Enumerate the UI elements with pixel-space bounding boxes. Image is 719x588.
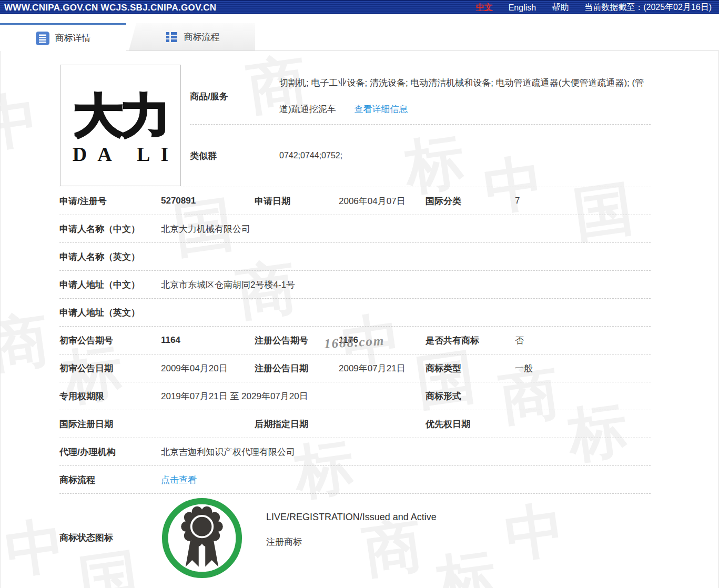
status-line-english: LIVE/REGISTRATION/Issued and Active	[266, 512, 437, 523]
table-row: 专用权期限 2019年07月21日 至 2029年07月20日 商标形式	[59, 382, 651, 410]
trademark-logo-latin: DA LI	[62, 144, 179, 164]
agency-value: 北京吉迦利知识产权代理有限公司	[161, 446, 651, 458]
first-gazette-date-label: 初审公告日期	[59, 362, 161, 374]
site-title: WWW.CNIPA.GOV.CN WCJS.SBJ.CNIPA.GOV.CN	[4, 3, 216, 13]
tab-label: 商标流程	[184, 31, 220, 43]
table-row: 商标流程 点击查看	[59, 466, 651, 494]
list-view-icon	[165, 30, 178, 44]
green-ribbon-award-icon	[161, 497, 243, 579]
application-date-value: 2006年04月07日	[339, 195, 426, 207]
top-site-bar: WWW.CNIPA.GOV.CN WCJS.SBJ.CNIPA.GOV.CN 中…	[0, 0, 719, 14]
similar-group-label: 类似群	[190, 150, 279, 162]
international-class-value: 7	[515, 196, 651, 206]
priority-date-label: 优先权日期	[426, 418, 515, 430]
first-gazette-no-value: 1164	[161, 335, 255, 346]
goods-services-value: 切割机; 电子工业设备; 清洗设备; 电动清洁机械和设备; 电动管道疏通器(大便…	[279, 70, 651, 123]
status-icon-label: 商标状态图标	[59, 532, 161, 544]
list-document-icon	[36, 32, 49, 45]
click-to-view-link[interactable]: 点击查看	[161, 475, 197, 485]
status-line-chinese: 注册商标	[266, 536, 437, 548]
trademark-status-row: 商标状态图标	[59, 494, 651, 582]
reg-gazette-date-value: 2009年07月21日	[339, 362, 426, 374]
applicant-address-cn-label: 申请人地址（中文）	[59, 279, 161, 291]
reg-gazette-date-label: 注册公告日期	[255, 362, 339, 374]
reg-gazette-no-value: 1176	[339, 335, 426, 346]
applicant-address-cn-value: 北京市东城区仓南胡同2号楼4-1号	[161, 279, 651, 291]
tab-trademark-details[interactable]: 商标详情	[0, 23, 126, 51]
table-row: 申请人名称（英文）	[59, 243, 651, 271]
first-gazette-no-label: 初审公告期号	[59, 334, 161, 347]
similar-group-value: 0742;0744;0752;	[279, 151, 651, 160]
lang-chinese-link[interactable]: 中文	[476, 2, 493, 13]
reg-gazette-no-label: 注册公告期号	[255, 334, 339, 347]
applicant-name-cn-value: 北京大力机械有限公司	[161, 223, 651, 235]
table-row: 申请/注册号 5270891 申请日期 2006年04月07日 国际分类 7	[59, 187, 651, 215]
table-row: 申请人地址（中文） 北京市东城区仓南胡同2号楼4-1号	[59, 271, 651, 299]
intl-reg-date-label: 国际注册日期	[59, 418, 161, 430]
table-row: 申请人名称（中文） 北京大力机械有限公司	[59, 215, 651, 243]
table-row: 初审公告日期 2009年04月20日 注册公告日期 2009年07月21日 商标…	[59, 354, 651, 382]
view-details-link[interactable]: 查看详细信息	[354, 104, 408, 114]
tab-bar: 商标详情 商标流程	[0, 23, 719, 51]
similar-group-row: 类似群 0742;0744;0752;	[190, 125, 651, 187]
process-label: 商标流程	[59, 474, 161, 486]
applicant-address-en-label: 申请人地址（英文）	[59, 307, 161, 319]
later-designation-date-label: 后期指定日期	[255, 418, 339, 430]
application-number-label: 申请/注册号	[59, 195, 161, 207]
applicant-name-en-label: 申请人名称（英文）	[59, 251, 161, 263]
applicant-name-cn-label: 申请人名称（中文）	[59, 223, 161, 235]
table-row: 代理/办理机构 北京吉迦利知识产权代理有限公司	[59, 438, 651, 466]
mark-type-value: 一般	[515, 362, 651, 374]
lang-english-link[interactable]: English	[509, 3, 536, 13]
exclusive-period-value: 2019年07月21日 至 2029年07月20日	[161, 390, 426, 402]
application-number-value: 5270891	[161, 196, 255, 206]
table-row: 国际注册日期 后期指定日期 优先权日期	[59, 410, 651, 438]
topbar-links: 中文 English 帮助 当前数据截至：(2025年02月16日)	[476, 2, 712, 13]
exclusive-period-label: 专用权期限	[59, 390, 161, 402]
application-date-label: 申请日期	[255, 195, 339, 207]
trademark-summary-section: 大力 DA LI 商品/服务 切割机; 电子工业设备; 清洗设备; 电动清洁机械…	[59, 65, 651, 187]
data-cutoff-date: 当前数据截至：(2025年02月16日)	[584, 2, 712, 13]
trademark-logo-chinese: 大力	[73, 92, 168, 138]
tab-label: 商标详情	[55, 32, 91, 44]
agency-label: 代理/办理机构	[59, 446, 161, 458]
goods-services-label: 商品/服务	[190, 90, 279, 103]
mark-type-label: 商标类型	[426, 362, 515, 374]
shared-mark-label: 是否共有商标	[426, 334, 515, 347]
table-row: 初审公告期号 1164 注册公告期号 1176 是否共有商标 否	[59, 327, 651, 354]
first-gazette-date-value: 2009年04月20日	[161, 362, 255, 374]
goods-services-text: 切割机; 电子工业设备; 清洗设备; 电动清洁机械和设备; 电动管道疏通器(大便…	[279, 78, 644, 114]
goods-services-row: 商品/服务 切割机; 电子工业设备; 清洗设备; 电动清洁机械和设备; 电动管道…	[190, 65, 651, 125]
international-class-label: 国际分类	[426, 195, 515, 207]
mark-form-label: 商标形式	[426, 390, 515, 402]
help-link[interactable]: 帮助	[552, 2, 569, 13]
trademark-detail-panel: 中国商标中国商标中国商标中国商标中国商标 1688.com 大力 DA LI 商…	[0, 51, 719, 588]
shared-mark-value: 否	[515, 334, 651, 347]
table-row: 申请人地址（英文）	[59, 299, 651, 327]
trademark-image: 大力 DA LI	[60, 65, 181, 186]
tab-trademark-process[interactable]: 商标流程	[129, 23, 255, 50]
